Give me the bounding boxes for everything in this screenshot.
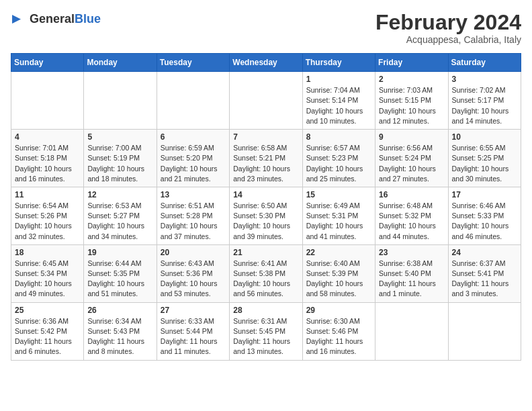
logo-general: GeneralBlue: [30, 13, 101, 26]
calendar-cell: 17Sunrise: 6:46 AMSunset: 5:33 PMDayligh…: [448, 187, 521, 244]
day-info: Sunrise: 6:58 AMSunset: 5:21 PMDaylight:…: [233, 143, 298, 184]
day-info: Sunrise: 6:54 AMSunset: 5:26 PMDaylight:…: [15, 201, 80, 242]
day-info: Sunrise: 6:31 AMSunset: 5:45 PMDaylight:…: [233, 316, 298, 357]
day-info: Sunrise: 6:36 AMSunset: 5:42 PMDaylight:…: [15, 316, 80, 357]
day-number: 11: [15, 190, 80, 199]
day-info: Sunrise: 6:49 AMSunset: 5:31 PMDaylight:…: [306, 201, 371, 242]
day-of-week-header: Monday: [84, 54, 157, 72]
day-number: 2: [379, 75, 444, 84]
day-number: 1: [306, 75, 371, 84]
day-info: Sunrise: 6:37 AMSunset: 5:41 PMDaylight:…: [452, 259, 517, 300]
day-number: 7: [233, 132, 298, 142]
day-number: 19: [87, 248, 152, 257]
day-info: Sunrise: 6:46 AMSunset: 5:33 PMDaylight:…: [452, 201, 517, 242]
day-number: 17: [452, 190, 517, 199]
calendar-cell: 20Sunrise: 6:43 AMSunset: 5:36 PMDayligh…: [157, 244, 229, 302]
day-info: Sunrise: 6:33 AMSunset: 5:44 PMDaylight:…: [161, 316, 226, 357]
page-header: ▶ GeneralBlue February 2024 Acquappesa, …: [11, 11, 521, 45]
day-number: 4: [15, 132, 80, 142]
location-subtitle: Acquappesa, Calabria, Italy: [375, 34, 521, 45]
calendar-week-row: 11Sunrise: 6:54 AMSunset: 5:26 PMDayligh…: [11, 187, 521, 244]
calendar-cell: 5Sunrise: 7:00 AMSunset: 5:19 PMDaylight…: [84, 130, 157, 187]
day-number: 18: [15, 248, 80, 257]
day-info: Sunrise: 6:57 AMSunset: 5:23 PMDaylight:…: [306, 143, 371, 184]
calendar-cell: 23Sunrise: 6:38 AMSunset: 5:40 PMDayligh…: [375, 244, 448, 302]
calendar-cell: [230, 72, 302, 130]
calendar-week-row: 1Sunrise: 7:04 AMSunset: 5:14 PMDaylight…: [11, 72, 521, 130]
calendar-cell: 21Sunrise: 6:41 AMSunset: 5:38 PMDayligh…: [230, 244, 302, 302]
day-number: 6: [161, 132, 226, 142]
day-number: 26: [87, 306, 152, 315]
day-info: Sunrise: 6:45 AMSunset: 5:34 PMDaylight:…: [15, 259, 80, 300]
month-title: February 2024: [375, 11, 521, 34]
day-number: 14: [233, 190, 298, 199]
calendar-body: 1Sunrise: 7:04 AMSunset: 5:14 PMDaylight…: [11, 72, 521, 360]
day-info: Sunrise: 6:53 AMSunset: 5:27 PMDaylight:…: [87, 201, 152, 242]
calendar-cell: 3Sunrise: 7:02 AMSunset: 5:17 PMDaylight…: [448, 72, 521, 130]
calendar-cell: [11, 72, 84, 130]
day-info: Sunrise: 6:59 AMSunset: 5:20 PMDaylight:…: [161, 143, 226, 184]
day-number: 20: [161, 248, 226, 257]
day-info: Sunrise: 7:02 AMSunset: 5:17 PMDaylight:…: [452, 85, 517, 126]
calendar-cell: [84, 72, 157, 130]
calendar-header-row: SundayMondayTuesdayWednesdayThursdayFrid…: [11, 54, 521, 72]
day-of-week-header: Saturday: [448, 54, 521, 72]
calendar-cell: 27Sunrise: 6:33 AMSunset: 5:44 PMDayligh…: [157, 302, 229, 360]
day-number: 25: [15, 306, 80, 315]
calendar-cell: [375, 302, 448, 360]
calendar-cell: 19Sunrise: 6:44 AMSunset: 5:35 PMDayligh…: [84, 244, 157, 302]
day-of-week-header: Thursday: [302, 54, 375, 72]
day-number: 12: [87, 190, 152, 199]
logo-icon: ▶: [11, 11, 27, 27]
svg-text:▶: ▶: [12, 11, 21, 25]
calendar-cell: 1Sunrise: 7:04 AMSunset: 5:14 PMDaylight…: [302, 72, 375, 130]
calendar-cell: 18Sunrise: 6:45 AMSunset: 5:34 PMDayligh…: [11, 244, 84, 302]
day-number: 8: [306, 132, 371, 142]
day-of-week-header: Tuesday: [157, 54, 229, 72]
title-area: February 2024 Acquappesa, Calabria, Ital…: [375, 11, 521, 45]
day-info: Sunrise: 6:55 AMSunset: 5:25 PMDaylight:…: [452, 143, 517, 184]
calendar-cell: 14Sunrise: 6:50 AMSunset: 5:30 PMDayligh…: [230, 187, 302, 244]
day-info: Sunrise: 6:56 AMSunset: 5:24 PMDaylight:…: [379, 143, 444, 184]
day-info: Sunrise: 6:30 AMSunset: 5:46 PMDaylight:…: [306, 316, 371, 357]
day-info: Sunrise: 7:00 AMSunset: 5:19 PMDaylight:…: [87, 143, 152, 184]
day-of-week-header: Friday: [375, 54, 448, 72]
calendar-cell: 12Sunrise: 6:53 AMSunset: 5:27 PMDayligh…: [84, 187, 157, 244]
calendar-cell: 11Sunrise: 6:54 AMSunset: 5:26 PMDayligh…: [11, 187, 84, 244]
calendar-week-row: 18Sunrise: 6:45 AMSunset: 5:34 PMDayligh…: [11, 244, 521, 302]
calendar-cell: [448, 302, 521, 360]
calendar-cell: 2Sunrise: 7:03 AMSunset: 5:15 PMDaylight…: [375, 72, 448, 130]
day-number: 23: [379, 248, 444, 257]
day-number: 3: [452, 75, 517, 84]
day-info: Sunrise: 7:03 AMSunset: 5:15 PMDaylight:…: [379, 85, 444, 126]
day-number: 27: [161, 306, 226, 315]
calendar-cell: 10Sunrise: 6:55 AMSunset: 5:25 PMDayligh…: [448, 130, 521, 187]
day-number: 22: [306, 248, 371, 257]
day-info: Sunrise: 6:48 AMSunset: 5:32 PMDaylight:…: [379, 201, 444, 242]
day-number: 9: [379, 132, 444, 142]
calendar-cell: 25Sunrise: 6:36 AMSunset: 5:42 PMDayligh…: [11, 302, 84, 360]
day-info: Sunrise: 6:41 AMSunset: 5:38 PMDaylight:…: [233, 259, 298, 300]
day-of-week-header: Wednesday: [230, 54, 302, 72]
day-number: 15: [306, 190, 371, 199]
day-info: Sunrise: 6:40 AMSunset: 5:39 PMDaylight:…: [306, 259, 371, 300]
calendar-cell: 22Sunrise: 6:40 AMSunset: 5:39 PMDayligh…: [302, 244, 375, 302]
calendar-cell: [157, 72, 229, 130]
calendar-cell: 15Sunrise: 6:49 AMSunset: 5:31 PMDayligh…: [302, 187, 375, 244]
calendar-week-row: 4Sunrise: 7:01 AMSunset: 5:18 PMDaylight…: [11, 130, 521, 187]
day-info: Sunrise: 7:01 AMSunset: 5:18 PMDaylight:…: [15, 143, 80, 184]
day-number: 10: [452, 132, 517, 142]
calendar-cell: 29Sunrise: 6:30 AMSunset: 5:46 PMDayligh…: [302, 302, 375, 360]
day-info: Sunrise: 6:38 AMSunset: 5:40 PMDaylight:…: [379, 259, 444, 300]
calendar-week-row: 25Sunrise: 6:36 AMSunset: 5:42 PMDayligh…: [11, 302, 521, 360]
day-info: Sunrise: 6:34 AMSunset: 5:43 PMDaylight:…: [87, 316, 152, 357]
calendar-cell: 26Sunrise: 6:34 AMSunset: 5:43 PMDayligh…: [84, 302, 157, 360]
day-info: Sunrise: 6:51 AMSunset: 5:28 PMDaylight:…: [161, 201, 226, 242]
calendar-cell: 7Sunrise: 6:58 AMSunset: 5:21 PMDaylight…: [230, 130, 302, 187]
day-number: 21: [233, 248, 298, 257]
calendar-cell: 6Sunrise: 6:59 AMSunset: 5:20 PMDaylight…: [157, 130, 229, 187]
day-number: 16: [379, 190, 444, 199]
day-number: 13: [161, 190, 226, 199]
calendar-cell: 8Sunrise: 6:57 AMSunset: 5:23 PMDaylight…: [302, 130, 375, 187]
calendar-cell: 16Sunrise: 6:48 AMSunset: 5:32 PMDayligh…: [375, 187, 448, 244]
